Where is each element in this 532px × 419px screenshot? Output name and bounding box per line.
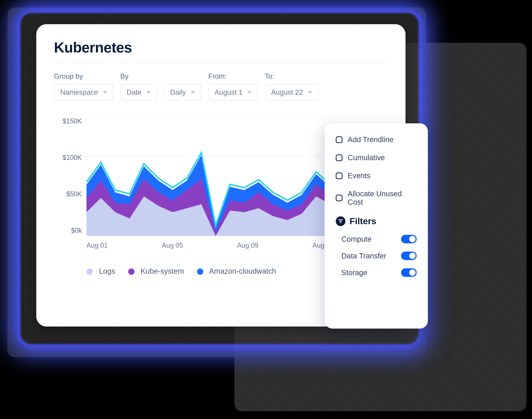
option-cumulative[interactable]: Cumulative xyxy=(336,154,417,162)
by-select[interactable]: Date xyxy=(120,84,157,101)
to-value: August 22 xyxy=(271,88,303,96)
to-label: To: xyxy=(265,72,318,80)
group-by-label: Group by xyxy=(54,72,113,80)
by-label: By xyxy=(120,72,157,80)
xtick: Aug 05 xyxy=(162,241,237,249)
chevron-down-icon xyxy=(191,91,195,93)
filters-title: Filters xyxy=(350,216,376,226)
from-control: From: August 1 xyxy=(208,72,258,101)
ytick: $150K xyxy=(63,117,82,125)
granularity-value: Daily xyxy=(170,88,186,96)
toggle-compute[interactable] xyxy=(401,235,417,243)
group-by-select[interactable]: Namespace xyxy=(54,84,113,101)
toggle-data-transfer[interactable] xyxy=(401,251,417,260)
option-label: Events xyxy=(348,171,370,180)
checkbox-icon xyxy=(336,136,342,143)
filter-data-transfer: Data Transfer xyxy=(336,251,417,260)
legend-label: Amazon-cloudwatch xyxy=(209,267,276,275)
xtick: Aug 09 xyxy=(237,241,312,249)
group-by-value: Namespace xyxy=(60,88,98,96)
toggle-storage[interactable] xyxy=(401,268,417,277)
to-control: To: August 22 xyxy=(265,72,318,101)
filter-label: Compute xyxy=(341,235,372,243)
by-control: By Date xyxy=(120,72,157,101)
divider xyxy=(54,62,388,63)
from-label: From: xyxy=(208,72,258,80)
option-label: Allocate Unused Cost xyxy=(348,190,417,206)
option-label: Add Trendline xyxy=(348,135,394,144)
checkbox-icon xyxy=(336,155,342,161)
filter-icon xyxy=(336,216,345,226)
granularity-control: Daily xyxy=(164,72,201,101)
swatch-logs xyxy=(87,268,93,275)
filter-storage: Storage xyxy=(336,268,417,277)
checkbox-icon xyxy=(336,172,342,179)
controls-row: Group by Namespace By Date Daily From: A… xyxy=(54,72,388,101)
filters-heading: Filters xyxy=(336,216,417,226)
legend-item: Kube-system xyxy=(128,267,184,275)
from-value: August 1 xyxy=(215,88,243,96)
ytick: $0k xyxy=(71,227,82,235)
option-label: Cumulative xyxy=(348,154,385,162)
to-select[interactable]: August 22 xyxy=(265,84,318,101)
chevron-down-icon xyxy=(146,91,151,93)
xtick: Aug 01 xyxy=(87,241,162,249)
legend-item: Amazon-cloudwatch xyxy=(197,267,276,275)
chevron-down-icon xyxy=(103,91,107,93)
chevron-down-icon xyxy=(247,91,251,93)
filter-label: Data Transfer xyxy=(341,252,386,260)
option-add-trendline[interactable]: Add Trendline xyxy=(336,135,417,144)
option-allocate-unused-cost[interactable]: Allocate Unused Cost xyxy=(336,190,417,206)
granularity-select[interactable]: Daily xyxy=(164,84,201,101)
ytick: $50K xyxy=(66,190,82,198)
page-title: Kubernetes xyxy=(54,39,388,56)
legend-label: Logs xyxy=(99,267,115,275)
spacer xyxy=(164,72,201,80)
swatch-amazon-cloudwatch xyxy=(197,268,203,275)
option-events[interactable]: Events xyxy=(336,171,417,180)
group-by-control: Group by Namespace xyxy=(54,72,113,101)
ytick: $100K xyxy=(63,154,82,161)
swatch-kube-system xyxy=(128,268,134,275)
legend-label: Kube-system xyxy=(141,267,184,275)
filter-compute: Compute xyxy=(336,235,417,243)
by-value: Date xyxy=(127,88,142,96)
from-select[interactable]: August 1 xyxy=(208,84,258,101)
y-axis-labels: $150K $100K $50K $0k xyxy=(52,117,82,235)
filters-panel: Add Trendline Cumulative Events Allocate… xyxy=(324,123,428,328)
checkbox-icon xyxy=(336,195,342,201)
filter-label: Storage xyxy=(341,268,367,277)
chevron-down-icon xyxy=(308,91,312,93)
legend-item: Logs xyxy=(87,267,115,275)
